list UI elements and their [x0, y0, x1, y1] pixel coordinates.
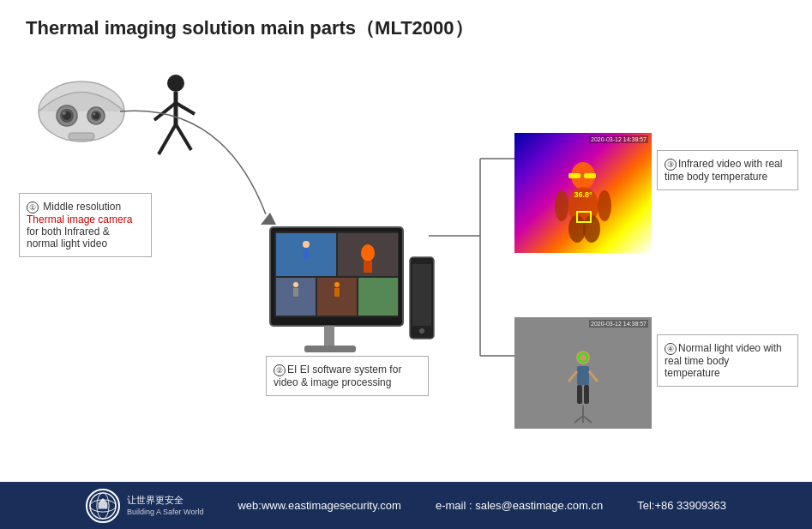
svg-point-11 — [167, 75, 184, 92]
thermal-image: 2020-03-12 14:38:57 36.8° — [514, 133, 652, 253]
normal-timestamp: 2020-03-12 14:38:57 — [589, 320, 648, 328]
svg-point-29 — [419, 328, 424, 334]
main-content: Thermal imaging solution main parts（MLT2… — [0, 0, 812, 493]
logo-circle — [86, 489, 120, 523]
svg-line-61 — [583, 416, 592, 423]
svg-line-16 — [176, 124, 191, 150]
footer-web: web:www.eastimagesecurity.com — [238, 499, 401, 512]
svg-rect-2 — [69, 133, 94, 140]
label-box-normal: ④Normal light video with real time body … — [657, 334, 798, 387]
camera-icon — [34, 69, 129, 146]
svg-rect-28 — [412, 264, 431, 326]
svg-rect-31 — [304, 249, 309, 259]
svg-point-47 — [598, 190, 611, 221]
svg-point-32 — [361, 244, 375, 261]
person-icon — [150, 73, 201, 167]
svg-text:36.8°: 36.8° — [574, 190, 592, 199]
footer-tel: Tel:+86 33909363 — [637, 499, 726, 512]
label-box-infrared: ③Infrared video with real time body temp… — [657, 150, 798, 190]
svg-point-36 — [334, 282, 340, 287]
svg-point-46 — [555, 190, 568, 221]
svg-rect-56 — [577, 385, 582, 404]
footer-email: e-mail : sales@eastimage.com.cn — [436, 499, 603, 512]
svg-point-34 — [293, 282, 298, 287]
svg-line-15 — [159, 124, 176, 154]
svg-rect-33 — [364, 261, 372, 273]
footer: 让世界更安全 Building A Safer World web:www.ea… — [0, 482, 812, 529]
normal-video-image: 2020-03-12 14:38:57 — [514, 317, 652, 429]
svg-line-55 — [589, 371, 598, 382]
footer-logo-text: 让世界更安全 Building A Safer World — [127, 494, 203, 518]
footer-logo: 让世界更安全 Building A Safer World — [86, 489, 203, 523]
label1-line2: Thermal image camera — [27, 213, 132, 225]
label-box-camera: ① Middle resolution Thermal image camera… — [19, 193, 152, 257]
svg-line-14 — [176, 103, 195, 114]
camera-area — [34, 69, 146, 171]
svg-rect-44 — [584, 173, 596, 178]
svg-point-10 — [93, 113, 96, 116]
svg-rect-37 — [334, 288, 340, 297]
bracket-svg — [429, 133, 523, 442]
thermal-timestamp: 2020-03-12 14:38:57 — [589, 135, 648, 143]
svg-rect-35 — [293, 288, 298, 297]
svg-rect-43 — [568, 173, 580, 178]
svg-rect-24 — [358, 278, 398, 316]
svg-rect-57 — [584, 385, 589, 404]
svg-point-30 — [303, 241, 310, 248]
svg-line-60 — [574, 416, 583, 423]
page-title: Thermal imaging solution main parts（MLT2… — [26, 15, 473, 41]
svg-point-6 — [63, 111, 66, 115]
label-box-software: ②EI EI software system for video & image… — [266, 356, 429, 396]
svg-line-54 — [568, 371, 577, 382]
svg-rect-25 — [324, 326, 334, 347]
svg-rect-53 — [577, 366, 589, 385]
svg-rect-26 — [304, 346, 356, 352]
svg-line-13 — [154, 103, 176, 120]
